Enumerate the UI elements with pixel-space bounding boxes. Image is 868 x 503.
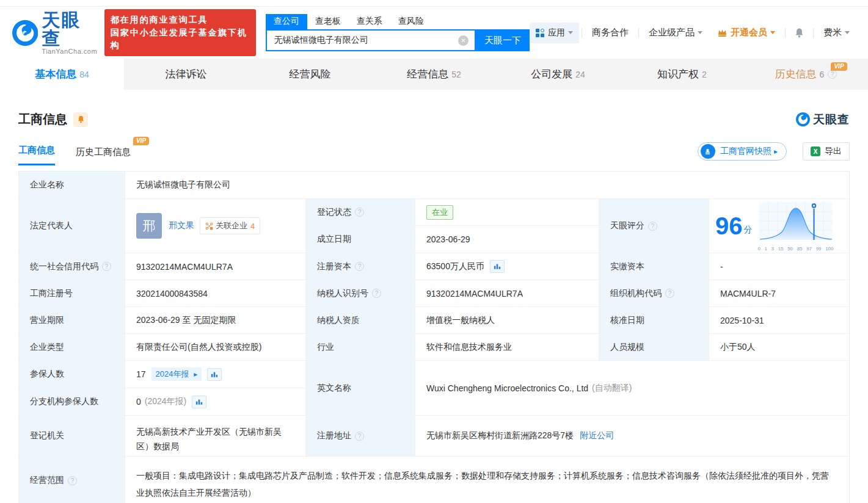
tianyancha-logo[interactable]: 天眼查 TianYanCha.com	[12, 11, 98, 55]
tab-business-info[interactable]: 经营信息 52	[372, 59, 496, 90]
nearby-companies-link[interactable]: 附近公司	[580, 430, 614, 441]
help-icon[interactable]: ?	[355, 432, 364, 441]
help-icon[interactable]: ?	[355, 262, 364, 271]
enterprise-label: 企业级产品	[649, 27, 695, 38]
legal-rep-name-link[interactable]: 邢文果	[169, 220, 194, 231]
apps-menu[interactable]: 应用	[530, 23, 579, 43]
brand-slogan: 都在用的商业查询工具 国家中小企业发展子基金旗下机构	[104, 9, 256, 56]
related-companies-badge[interactable]: 关联企业 4	[200, 217, 260, 234]
field-label-reg-authority: 登记机关	[19, 416, 125, 457]
subtab-business-registration[interactable]: 工商信息	[18, 145, 55, 165]
field-value-taxpayer-id: 91320214MACM4ULR7A	[415, 280, 599, 307]
field-value-business-term: 2023-06-29 至 无固定期限	[125, 307, 306, 334]
annual-report-tag[interactable]: 2024年报 ▸	[151, 367, 202, 381]
search-input[interactable]	[267, 35, 458, 45]
field-label-business-term: 营业期限	[19, 307, 125, 334]
search-button[interactable]: 天眼一下	[476, 29, 530, 51]
tab-label: 公司发展	[531, 67, 572, 81]
apps-label: 应用	[548, 27, 565, 38]
legal-rep-avatar[interactable]: 邢	[136, 213, 162, 239]
branch-insured-chart-icon[interactable]	[192, 396, 206, 408]
field-value-company-name: 无锡诚恒微电子有限公司	[125, 172, 849, 199]
notification-bell-icon[interactable]	[794, 27, 804, 38]
slogan-line1: 都在用的商业查询工具	[111, 13, 250, 26]
annual-report-note: (2024年报)	[145, 396, 186, 407]
tab-basic-info[interactable]: 基本信息 84	[0, 59, 124, 90]
score-number: 96	[715, 214, 743, 238]
tab-label: 历史信息	[775, 67, 817, 81]
field-value-credit-code: 91320214MACM4ULR7A	[125, 253, 306, 280]
official-snapshot-button[interactable]: 工商官网快照 ▸	[698, 142, 787, 161]
crown-icon	[717, 28, 728, 37]
chevron-down-icon	[698, 31, 702, 34]
help-icon[interactable]: ?	[372, 289, 381, 298]
field-label-insured-count: 参保人数	[19, 361, 125, 388]
subscribe-bell-icon[interactable]	[73, 112, 88, 127]
section-title: 工商信息	[18, 111, 67, 128]
subtab-history-registration[interactable]: VIP 历史工商信息	[76, 147, 131, 165]
header: 天眼查 TianYanCha.com 都在用的商业查询工具 国家中小企业发展子基…	[0, 7, 868, 59]
field-label-establish-date: 成立日期	[306, 226, 415, 253]
field-value-reg-number: 320214000843584	[125, 280, 306, 307]
chevron-down-icon	[845, 31, 850, 34]
score-chart-ticks: 01 315 5085 9799 100	[757, 246, 834, 252]
search-tab-risk[interactable]: 查风险	[390, 14, 432, 29]
tianyancha-watermark-icon	[796, 112, 810, 126]
help-icon[interactable]: ?	[828, 70, 837, 79]
top-strip	[0, 0, 868, 7]
clear-search-icon[interactable]: ✕	[458, 35, 469, 46]
search-module: 查公司 查老板 查关系 查风险 ✕ 天眼一下	[266, 14, 530, 51]
field-label-legal-rep: 法定代表人	[19, 199, 125, 253]
field-label-tyc-score: 天眼评分 ?	[599, 199, 709, 253]
field-value-business-scope: 一般项目：集成电路设计；集成电路芯片及产品制造；软件开发；信息系统集成服务；数据…	[125, 457, 849, 503]
vip-label: 开通会员	[731, 27, 767, 38]
field-value-staff-size: 小于50人	[709, 334, 849, 361]
field-value-tyc-score[interactable]: 96 分	[709, 199, 849, 253]
tianyancha-logo-icon	[12, 20, 38, 46]
logo-name: 天眼查	[42, 11, 98, 48]
arrow-right-icon: ▸	[194, 370, 197, 378]
vip-badge: VIP	[133, 137, 149, 145]
field-value-reg-status: 在业	[415, 199, 599, 226]
field-label-staff-size: 人员规模	[599, 334, 709, 361]
vip-badge: VIP	[831, 62, 847, 71]
tab-legal-proceedings[interactable]: 法律诉讼	[124, 59, 248, 90]
help-icon[interactable]: ?	[665, 289, 674, 298]
field-value-insured-count: 17 2024年报 ▸	[125, 361, 306, 388]
insured-chart-icon[interactable]	[207, 368, 222, 381]
field-label-branch-insured: 分支机构参保人数	[19, 388, 125, 416]
help-icon[interactable]: ?	[648, 222, 657, 231]
tab-label: 知识产权	[657, 67, 699, 81]
field-label-paid-capital: 实缴资本	[599, 253, 709, 280]
tab-intellectual-property[interactable]: 知识产权 2	[620, 59, 744, 90]
field-value-paid-capital: -	[709, 253, 849, 280]
help-icon[interactable]: ?	[102, 262, 111, 271]
field-value-industry: 软件和信息技术服务业	[415, 334, 599, 361]
help-icon[interactable]: ?	[355, 208, 364, 217]
related-label: 关联企业	[216, 220, 247, 231]
tab-count: 24	[575, 70, 585, 79]
divider	[785, 28, 786, 38]
tab-count: 52	[451, 70, 461, 79]
export-label: 导出	[825, 146, 842, 157]
auto-translate-note: (自动翻译)	[592, 383, 632, 394]
tab-operating-risk[interactable]: 经营风险	[248, 59, 372, 90]
field-label-business-scope: 经营范围 ?	[19, 457, 125, 503]
menu-enterprise[interactable]: 企业级产品	[649, 27, 702, 38]
field-value-company-type: 有限责任公司(自然人投资或控股)	[125, 334, 306, 361]
search-tab-relation[interactable]: 查关系	[349, 14, 390, 29]
tab-history-info[interactable]: VIP 历史信息 6 ?	[744, 59, 868, 90]
help-icon[interactable]: ?	[68, 476, 77, 485]
export-button[interactable]: X 导出	[803, 142, 850, 161]
search-tab-boss[interactable]: 查老板	[307, 14, 349, 29]
menu-cooperation[interactable]: 商务合作	[592, 27, 629, 38]
tab-label: 法律诉讼	[166, 67, 207, 81]
user-menu[interactable]: 费米	[823, 27, 850, 38]
capital-chart-icon[interactable]	[490, 260, 505, 273]
menu-vip[interactable]: 开通会员	[717, 27, 775, 38]
tab-company-development[interactable]: 公司发展 24	[496, 59, 620, 90]
tab-label: 经营风险	[290, 67, 331, 81]
tab-label: 经营信息	[407, 67, 448, 81]
search-tab-company[interactable]: 查公司	[266, 14, 307, 29]
tab-count: 84	[79, 70, 89, 79]
